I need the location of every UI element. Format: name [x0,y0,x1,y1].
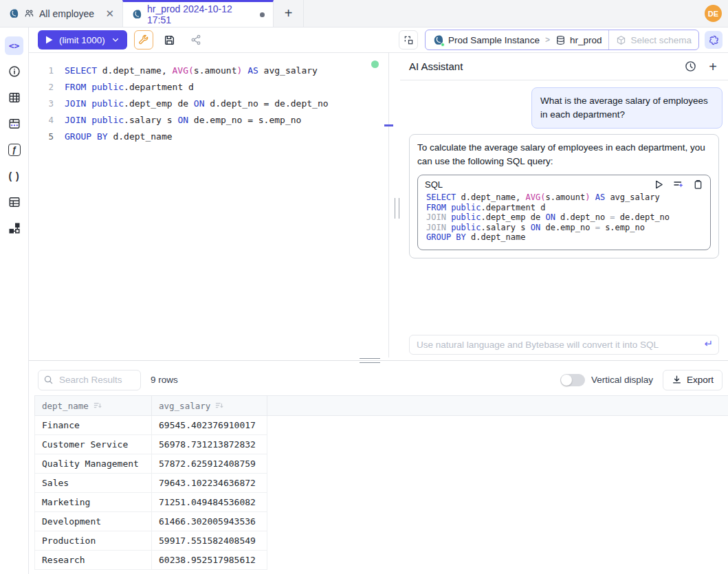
editor-toolbar: (limit 1000) Prod Sample Instance > [29,27,728,53]
cell-avg-salary[interactable]: 61466.302005943536 [152,512,267,531]
copy-icon[interactable] [693,179,703,190]
worksheet-icon [8,118,21,130]
new-chat-plus-icon[interactable]: + [709,60,717,74]
code-line: 5GROUP BY d.dept_name [29,128,388,144]
tab-bar: All employee ✕ hr_prod 2024-10-12 17:51 … [0,0,728,27]
sidebar-item-tables-secondary[interactable] [0,189,29,215]
code-line: 3JOIN public.dept_emp de ON d.dept_no = … [29,95,388,111]
sidebar-item-functions[interactable]: ƒ [0,137,29,163]
insert-into-editor-icon[interactable] [673,179,684,190]
cell-dept-name[interactable]: Development [35,512,152,531]
table-row[interactable]: Finance69545.402376910017 [35,416,267,435]
tab-close-icon[interactable]: ✕ [105,8,114,19]
chevron-down-icon [111,36,120,44]
ai-prompt-input[interactable] [409,335,719,355]
vertical-divider [388,53,389,357]
assistant-reply-card: To calculate the average salary of emplo… [409,134,719,258]
cell-dept-name[interactable]: Finance [35,416,152,435]
tab-label: All employee [39,8,94,19]
share-button[interactable] [186,30,206,49]
code-editor-icon: <> [5,36,23,55]
sort-icon [93,401,102,410]
parentheses-icon: ( ) [8,170,19,181]
instance-online-dot [441,43,445,47]
sql-block-label: SQL [425,179,443,190]
run-sql-icon[interactable] [654,179,664,190]
schema-placeholder: Select schema [630,35,692,45]
ai-assistant-toggle-button[interactable] [705,31,723,49]
admin-wrench-button[interactable] [134,30,153,49]
sql-block-header: SQL [418,175,710,191]
save-floppy-icon [164,34,175,46]
table-row[interactable]: Research60238.952517985612 [35,551,267,570]
sidebar-item-snippets[interactable]: ( ) [0,163,29,189]
cell-dept-name[interactable]: Research [35,551,152,570]
schema-selector[interactable]: Select schema [609,35,698,45]
cell-dept-name[interactable]: Quality Management [35,454,152,474]
sidebar-item-worksheets[interactable] [0,111,29,137]
ai-assistant-panel: AI Assistant + What is the average salar… [400,53,728,357]
save-sheet-button[interactable] [160,30,179,49]
sidebar-item-schema-diagram[interactable] [0,215,29,241]
cell-dept-name[interactable]: Production [35,531,152,551]
table-row[interactable]: Production59917.551582408549 [35,531,267,551]
line-number: 2 [29,82,54,92]
table-row[interactable]: Quality Management57872.625912408759 [35,454,267,474]
cell-avg-salary[interactable]: 60238.952517985612 [152,551,267,570]
results-grid: dept_name avg_salary Finance69545.402376… [34,395,728,570]
cell-dept-name[interactable]: Marketing [35,493,152,512]
postgres-icon [131,9,142,20]
vertical-display-toggle[interactable] [560,374,585,386]
table-icon [8,196,21,208]
code-text: GROUP BY d.dept_name [65,131,173,142]
tab-label: hr_prod 2024-10-12 17:51 [147,3,254,25]
vertical-display-label: Vertical display [591,375,653,385]
sort-icon [215,401,223,410]
cell-avg-salary[interactable]: 56978.731213872832 [152,435,267,454]
run-query-button[interactable]: (limit 1000) [38,30,127,49]
enter-return-icon: ↵ [704,338,713,350]
results-toolbar: 9 rows Vertical display Export [29,364,728,395]
cell-avg-salary[interactable]: 71251.049484536082 [152,493,267,512]
cube-icon [616,35,626,45]
export-label: Export [687,375,714,385]
column-header-dept-name[interactable]: dept_name [35,396,152,415]
sidebar-item-tables[interactable] [0,85,29,111]
left-icon-sidebar: <> ƒ ( ) [0,27,29,574]
line-number: 4 [29,115,54,125]
table-row[interactable]: Customer Service56978.731213872832 [35,435,267,454]
sidebar-item-info[interactable] [0,58,29,85]
sql-code-editor[interactable]: 1SELECT d.dept_name, AVG(s.amount) AS av… [29,53,388,357]
cell-avg-salary[interactable]: 57872.625912408759 [152,454,267,474]
new-tab-button[interactable]: + [274,0,304,27]
sidebar-item-code-editor[interactable]: <> [0,32,29,58]
tab-hr-prod[interactable]: hr_prod 2024-10-12 17:51 [122,0,274,27]
wrench-icon [138,34,149,45]
tab-all-employee[interactable]: All employee ✕ [0,0,122,27]
connection-selector[interactable]: Prod Sample Instance > hr_prod Select sc… [425,30,699,50]
instance-segment[interactable]: Prod Sample Instance > hr_prod [432,34,608,46]
code-line: 1SELECT d.dept_name, AVG(s.amount) AS av… [29,62,388,78]
header-filler [267,396,728,415]
cell-dept-name[interactable]: Customer Service [35,435,152,454]
connection-healthy-dot [371,60,379,68]
editor-scroll-thumb[interactable] [384,124,393,126]
table-row[interactable]: Sales79643.102234636872 [35,474,267,493]
cell-avg-salary[interactable]: 79643.102234636872 [152,474,267,493]
history-clock-icon[interactable] [685,60,696,72]
sql-block-code: SELECT d.dept_name, AVG(s.amount) AS avg… [418,191,710,250]
export-button[interactable]: Export [663,370,723,390]
cell-avg-salary[interactable]: 69545.402376910017 [152,416,267,435]
cell-avg-salary[interactable]: 59917.551582408549 [152,531,267,551]
code-text: FROM public.department d [65,82,194,92]
table-row[interactable]: Marketing71251.049484536082 [35,493,267,512]
user-avatar[interactable]: DE [705,5,722,22]
format-sql-button[interactable] [399,30,418,49]
cell-dept-name[interactable]: Sales [35,474,152,493]
panel-resize-handle-horizontal[interactable] [360,358,380,363]
panel-resize-handle-vertical[interactable] [395,198,399,219]
schema-diagram-icon [8,222,21,234]
column-header-avg-salary[interactable]: avg_salary [152,396,267,415]
results-grid-body: Finance69545.402376910017Customer Servic… [34,416,267,570]
table-row[interactable]: Development61466.302005943536 [35,512,267,531]
